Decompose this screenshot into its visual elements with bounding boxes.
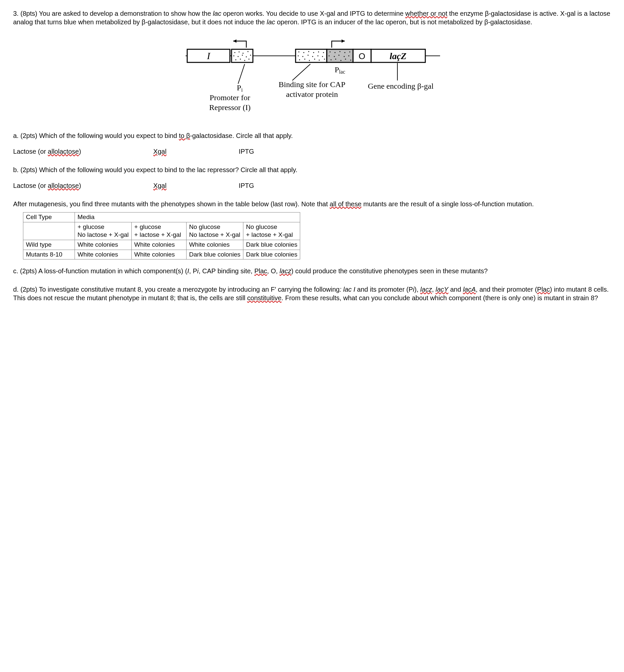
cap-label-line1: Binding site for CAP: [279, 80, 345, 89]
wavy-whether: whether or not: [405, 10, 447, 17]
svg-point-25: [303, 56, 304, 57]
svg-point-49: [341, 60, 342, 61]
choice-iptg-a: IPTG: [239, 147, 254, 156]
svg-rect-2: [232, 49, 253, 62]
col1-header: + glucoseNo lactose + X-gal: [75, 222, 132, 240]
choices-a: Lactose (or allolactose) Xgal IPTG: [13, 147, 611, 156]
pi-label: Pi: [237, 83, 243, 93]
question-intro: 3. (8pts) You are asked to develop a dem…: [13, 9, 611, 26]
svg-point-24: [298, 55, 299, 56]
svg-point-10: [246, 56, 247, 57]
svg-point-9: [242, 55, 243, 56]
svg-point-48: [335, 59, 336, 60]
svg-point-22: [318, 52, 319, 53]
gene-label: Gene encoding β-gal: [368, 82, 434, 90]
lac-italic: lac: [213, 10, 222, 17]
svg-point-19: [304, 52, 305, 53]
svg-point-47: [331, 59, 332, 60]
svg-point-30: [299, 59, 300, 60]
svg-point-32: [309, 60, 310, 61]
choice-xgal-a: Xgal: [153, 147, 166, 156]
svg-point-20: [308, 51, 309, 52]
blank-cell: [23, 222, 75, 240]
choice-iptg-b: IPTG: [239, 181, 254, 190]
col2-header: + glucose+ lactose + X-gal: [131, 222, 186, 240]
part-c: c. (2pts) A loss-of-function mutation in…: [13, 267, 611, 275]
svg-point-41: [349, 52, 350, 53]
svg-point-38: [335, 52, 336, 53]
promoter-label-line2: Repressor (I): [209, 103, 251, 112]
col3-header: No glucoseNo lactose + X-gal: [186, 222, 243, 240]
svg-point-44: [339, 55, 340, 56]
intro-text4: operon. IPTG is an inducer of the lac op…: [275, 18, 532, 26]
svg-point-13: [240, 59, 241, 60]
svg-point-26: [308, 55, 309, 56]
svg-point-4: [239, 52, 240, 53]
svg-point-18: [298, 52, 300, 53]
lac-italic2: lac: [267, 18, 275, 26]
table-row: Mutants 8-10 White colonies White coloni…: [23, 250, 300, 259]
operon-diagram: I O laçZ P: [13, 36, 611, 122]
col4-header: No glucose+ lactose + X-gal: [243, 222, 300, 240]
svg-marker-52: [342, 40, 345, 43]
svg-point-35: [324, 59, 325, 60]
svg-point-21: [313, 52, 314, 53]
svg-point-45: [344, 56, 345, 57]
after-mutagenesis: After mutagenesis, you find three mutant…: [13, 200, 611, 208]
promoter-label-line1: Promoter for: [210, 93, 250, 102]
table-row: Wild type White colonies White colonies …: [23, 240, 300, 250]
svg-point-27: [312, 56, 313, 57]
svg-point-6: [248, 51, 249, 52]
svg-point-43: [334, 56, 335, 57]
svg-point-8: [238, 56, 239, 57]
intro-text: 3. (8pts) You are asked to develop a dem…: [13, 10, 213, 17]
svg-point-23: [323, 52, 324, 53]
operon-svg: I O laçZ P: [181, 36, 443, 122]
svg-point-40: [344, 52, 345, 53]
svg-point-28: [318, 55, 318, 56]
svg-point-31: [305, 59, 306, 60]
cap-label-line2: activator protein: [286, 90, 338, 99]
diagram-O: O: [359, 51, 365, 61]
diagram-lacZ: laçZ: [390, 51, 406, 61]
choice-xgal-b: Xgal: [153, 181, 166, 190]
svg-point-39: [340, 51, 341, 52]
phenotype-table: Cell Type Media + glucoseNo lactose + X-…: [23, 212, 300, 259]
svg-point-46: [348, 55, 349, 56]
svg-point-7: [234, 55, 234, 56]
svg-point-3: [234, 52, 235, 53]
svg-point-14: [244, 60, 245, 61]
th-celltype: Cell Type: [23, 212, 75, 222]
svg-point-42: [329, 55, 330, 56]
svg-point-50: [345, 59, 346, 60]
svg-point-51: [350, 60, 352, 61]
svg-point-29: [322, 56, 323, 57]
choices-b: Lactose (or allolactose) Xgal IPTG: [13, 181, 611, 190]
choice-lactose-b: Lactose (or allolactose): [13, 181, 81, 190]
svg-line-55: [238, 64, 245, 84]
svg-line-56: [292, 64, 310, 80]
svg-point-11: [250, 55, 251, 56]
part-a: a. (2pts) Which of the following would y…: [13, 131, 611, 140]
th-media: Media: [75, 212, 300, 222]
part-b: b. (2pts) Which of the following would y…: [13, 165, 611, 174]
svg-point-15: [249, 59, 250, 60]
svg-point-37: [330, 52, 331, 53]
svg-rect-17: [295, 49, 327, 62]
svg-point-12: [235, 59, 236, 60]
svg-point-33: [314, 59, 315, 60]
svg-marker-16: [233, 40, 236, 43]
choice-lactose-a: Lactose (or allolactose): [13, 147, 81, 156]
part-d: d. (2pts) To investigate constitutive mu…: [13, 285, 611, 302]
svg-point-34: [319, 60, 320, 61]
plac-label: Plac: [335, 66, 345, 75]
svg-point-5: [243, 53, 244, 54]
intro-text2: operon works. You decide to use X-gal an…: [222, 10, 405, 17]
